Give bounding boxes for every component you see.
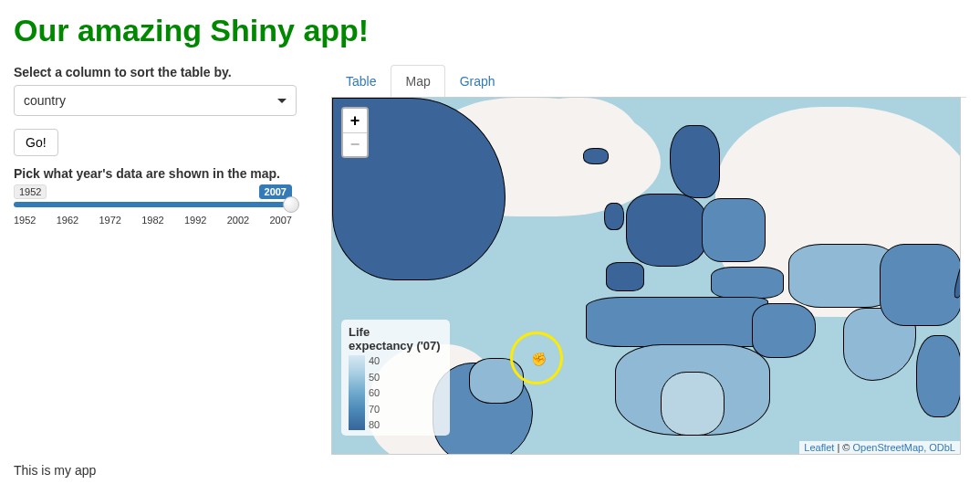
footer-text: This is my app — [14, 463, 304, 478]
grab-cursor-icon: ✊ — [531, 352, 547, 366]
go-button[interactable]: Go! — [14, 129, 58, 156]
zoom-out-button[interactable]: − — [343, 132, 367, 156]
sort-label: Select a column to sort the table by. — [14, 65, 304, 79]
tab-map[interactable]: Map — [391, 65, 444, 98]
slider-track[interactable] — [14, 202, 292, 207]
sort-select[interactable]: country — [14, 85, 297, 116]
nav-tabs: Table Map Graph — [331, 65, 966, 98]
slider-min-pill: 1952 — [14, 184, 47, 199]
sidebar: Select a column to sort the table by. co… — [14, 65, 318, 478]
zoom-controls: + − — [341, 107, 369, 158]
slider-ticks: 1952 1962 1972 1982 1992 2002 2007 — [14, 215, 292, 226]
legend-color-bar — [349, 355, 365, 430]
page-title: Our amazing Shiny app! — [14, 13, 966, 48]
zoom-in-button[interactable]: + — [343, 109, 367, 132]
osm-link[interactable]: OpenStreetMap, ODbL — [852, 442, 955, 453]
map-attribution: Leaflet | © OpenStreetMap, ODbL — [799, 441, 960, 454]
year-slider[interactable]: 1952 2007 1952 1962 1972 1982 1992 2002 … — [14, 184, 292, 226]
leaflet-link[interactable]: Leaflet — [804, 442, 834, 453]
legend-title-b: expectancy ('07) — [349, 339, 441, 352]
map-legend: Life expectancy ('07) 40 50 60 70 80 — [341, 320, 450, 436]
year-label: Pick what year's data are shown in the m… — [14, 166, 304, 181]
leaflet-map[interactable]: + − Life expectancy ('07) 40 50 60 — [331, 97, 961, 455]
tab-graph[interactable]: Graph — [445, 65, 510, 98]
tab-table[interactable]: Table — [331, 65, 391, 98]
sort-selected-value: country — [24, 93, 66, 108]
caret-down-icon — [277, 99, 287, 103]
main-panel: Table Map Graph — [318, 65, 966, 478]
legend-title-a: Life — [349, 325, 370, 339]
slider-handle[interactable] — [283, 196, 299, 213]
